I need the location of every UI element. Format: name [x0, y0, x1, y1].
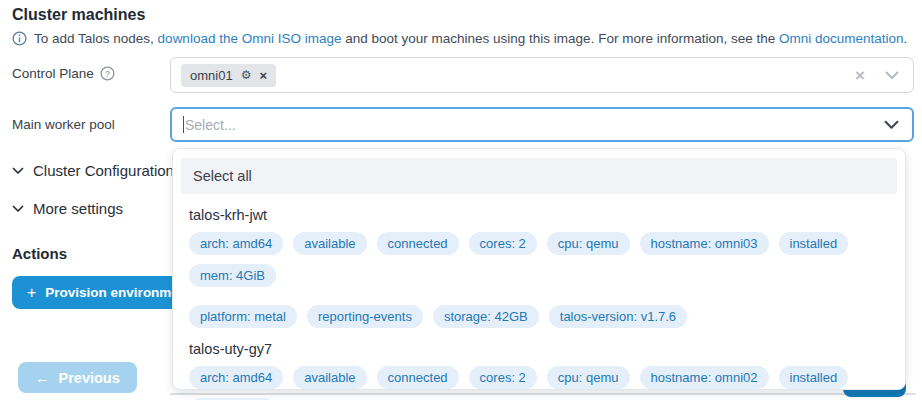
machine-label-chip: storage: 42GB	[433, 305, 539, 328]
page-title: Cluster machines	[12, 6, 145, 24]
machine-label-chip: talos-version: v1.7.6	[549, 305, 687, 328]
download-iso-link[interactable]: download the Omni ISO image	[158, 31, 342, 46]
control-plane-select[interactable]: omni01 ⚙ × ×	[170, 57, 914, 93]
machine-name: talos-uty-gy7	[189, 341, 889, 357]
machine-label-chip: cores: 2	[469, 232, 537, 255]
machine-label-chip: hostname: omni03	[640, 232, 769, 255]
machine-label-chip: platform: metal	[189, 305, 297, 328]
section-more-settings[interactable]: More settings	[12, 200, 123, 217]
actions-heading: Actions	[12, 245, 67, 262]
machine-label-chip: installed	[779, 366, 849, 389]
machine-label-chip: connected	[377, 366, 459, 389]
machine-label-chip: installed	[779, 232, 849, 255]
machine-label-chip: arch: amd64	[189, 366, 283, 389]
machine-label-chip: hostname: omni02	[640, 366, 769, 389]
machine-label-chip: reporting-events	[307, 305, 423, 328]
chevron-down-icon[interactable]	[885, 71, 899, 80]
machine-label-chip: available	[293, 366, 366, 389]
machine-label-chip: cpu: qemu	[547, 366, 630, 389]
svg-text:?: ?	[105, 69, 110, 79]
help-icon[interactable]: ?	[100, 66, 115, 81]
machine-name: talos-krh-jwt	[189, 207, 889, 223]
machine-label-chip: available	[293, 232, 366, 255]
section-cluster-configuration[interactable]: Cluster Configuration	[12, 162, 174, 179]
worker-pool-select[interactable]: Select...	[170, 107, 914, 142]
machine-label-chip: cores: 2	[469, 366, 537, 389]
machine-option[interactable]: talos-uty-gy7 arch: amd64availableconnec…	[181, 341, 897, 400]
machine-option[interactable]: talos-krh-jwt arch: amd64availableconnec…	[181, 207, 897, 328]
plus-icon: +	[27, 285, 36, 301]
machine-label-chip: connected	[377, 232, 459, 255]
machine-labels: arch: amd64availableconnectedcores: 2cpu…	[189, 232, 889, 328]
omni-docs-link[interactable]: Omni documentation	[779, 31, 904, 46]
worker-pool-placeholder: Select...	[185, 117, 236, 133]
clear-selection-icon[interactable]: ×	[855, 67, 865, 84]
machine-options: talos-krh-jwt arch: amd64availableconnec…	[181, 207, 897, 400]
chevron-down-icon	[12, 167, 24, 175]
selected-machine-name: omni01	[190, 68, 233, 83]
remove-machine-icon[interactable]: ×	[259, 69, 267, 82]
chevron-down-icon	[12, 205, 24, 213]
selected-machine-chip: omni01 ⚙ ×	[181, 64, 276, 87]
machine-config-gear-icon[interactable]: ⚙	[241, 68, 252, 82]
machine-label-chip: arch: amd64	[189, 232, 283, 255]
text-caret	[183, 116, 184, 133]
worker-pool-label: Main worker pool	[12, 117, 115, 132]
machine-labels: arch: amd64availableconnectedcores: 2cpu…	[189, 366, 889, 400]
select-all-option[interactable]: Select all	[181, 158, 897, 194]
machine-label-chip: cpu: qemu	[547, 232, 630, 255]
arrow-left-icon: ←	[35, 370, 50, 386]
info-text: To add Talos nodes, download the Omni IS…	[34, 31, 907, 46]
machine-label-chip: mem: 4GiB	[189, 264, 276, 287]
chevron-down-icon[interactable]	[884, 120, 899, 130]
control-plane-label: Control Plane ?	[12, 66, 115, 81]
worker-pool-dropdown: Select all talos-krh-jwt arch: amd64avai…	[172, 148, 906, 390]
info-banner: To add Talos nodes, download the Omni IS…	[12, 31, 907, 46]
cluster-machines-page: Cluster machines To add Talos nodes, dow…	[0, 0, 922, 400]
previous-button[interactable]: ← Previous	[18, 362, 137, 393]
info-icon	[12, 31, 27, 46]
